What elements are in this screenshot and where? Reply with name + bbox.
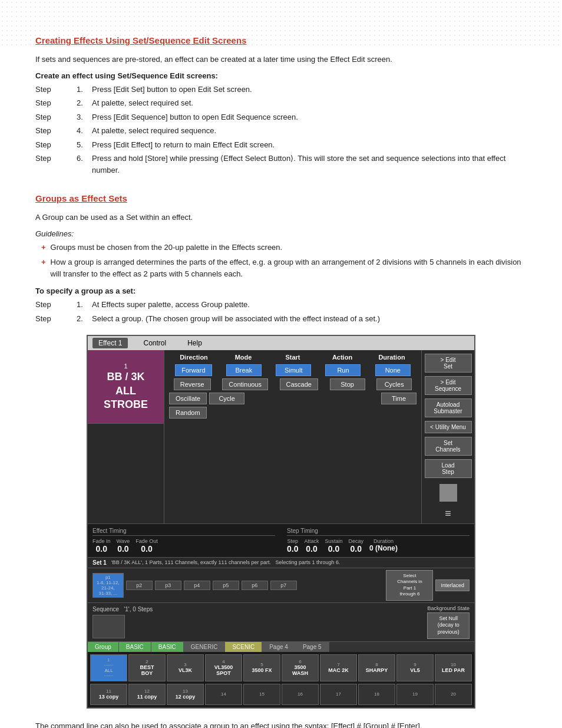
part-p2[interactable]: p2: [126, 581, 153, 590]
btn-autoload[interactable]: AutoloadSubmaster: [425, 398, 472, 417]
steps-section-1: Step 1. Press [Edit Set] button to open …: [35, 84, 527, 176]
part-p7[interactable]: p7: [270, 581, 297, 590]
ctrl-header-row: Direction Mode Start Action Duration: [169, 354, 416, 361]
tab-basic1[interactable]: BASIC: [119, 642, 151, 652]
tab-page4[interactable]: Page 4: [262, 642, 296, 652]
part-p4[interactable]: p4: [184, 581, 210, 590]
step2-row-2: Step 2. Select a group. (The chosen grou…: [35, 313, 527, 325]
palette-cell-9[interactable]: 9 VL5: [396, 654, 434, 681]
timing-duration: Duration 0 (None): [369, 538, 398, 554]
palette-cell-2[interactable]: 2 BESTBOY: [128, 654, 166, 681]
palette-cell-12[interactable]: 12 11 copy: [128, 684, 166, 705]
palette-cell-1[interactable]: 1 ·······ALL·······: [90, 654, 127, 681]
tab-scenic[interactable]: SCENIC: [225, 642, 262, 652]
effect-screen: Effect 1 Control Help 1 BB / 3KALLSTROBE: [87, 335, 475, 709]
ctrl-buttons-row4: Random: [169, 407, 416, 419]
palette-cell-18[interactable]: 18: [358, 684, 395, 705]
menu-control[interactable]: Control: [137, 338, 172, 348]
tab-basic2[interactable]: BASIC: [151, 642, 184, 652]
palette-cell-8[interactable]: 8 SHARPY: [358, 654, 395, 681]
ctrl-buttons-row3: Oscillate Cycle Time: [169, 393, 416, 404]
palette-cell-3[interactable]: 3 VL3K: [167, 654, 204, 681]
palette-cell-11[interactable]: 11 13 copy: [90, 684, 127, 705]
tab-generic[interactable]: GENERIC: [184, 642, 226, 652]
btn-simult[interactable]: Simult: [276, 364, 311, 376]
menu-effect1[interactable]: Effect 1: [92, 338, 128, 348]
btn-time[interactable]: Time: [381, 393, 416, 404]
part-p3[interactable]: p3: [155, 581, 181, 590]
btn-cascade[interactable]: Cascade: [280, 378, 318, 390]
btn-reverse[interactable]: Reverse: [174, 378, 211, 390]
palette-cell-20[interactable]: 20: [435, 684, 472, 705]
step-row-1: Step 1. Press [Edit Set] button to open …: [35, 84, 527, 95]
btn-none[interactable]: None: [375, 364, 411, 376]
timing-fade-in: Fade In 0.0: [92, 538, 111, 554]
effect-right-sidebar: > EditSet > EditSequence AutoloadSubmast…: [421, 350, 474, 523]
section2-intro: A Group can be used as a Set within an e…: [35, 212, 527, 223]
step-content-6: Press and hold [Store] while pressing ⟨E…: [92, 153, 527, 176]
btn-cycles[interactable]: Cycles: [376, 378, 412, 390]
set-info-label: Set 1: [92, 559, 107, 566]
palette-cell-5[interactable]: 5 3500 FX: [243, 654, 280, 681]
menu-help[interactable]: Help: [181, 338, 208, 348]
tab-group[interactable]: Group: [88, 642, 119, 652]
step2-label-2: Step: [35, 313, 77, 325]
btn-stop[interactable]: Stop: [330, 378, 365, 390]
palette-cell-16[interactable]: 16: [282, 684, 319, 705]
effect-menubar: Effect 1 Control Help: [88, 336, 474, 350]
palette-tabs: Group BASIC BASIC GENERIC SCENIC Page 4 …: [88, 642, 474, 652]
bullet-item-2: + How a group is arranged determines the…: [35, 256, 527, 279]
btn-edit-sequence[interactable]: > EditSequence: [425, 376, 472, 395]
ctrl-buttons-row1: Forward Break Simult Run None: [169, 364, 416, 376]
btn-cycle[interactable]: Cycle: [209, 393, 244, 404]
btn-oscillate[interactable]: Oscillate: [169, 393, 207, 404]
timing-step-label: Step: [287, 538, 298, 544]
palette-cell-4[interactable]: 4 VL3500SPOT: [205, 654, 242, 681]
bottom-text: The command line can also be used to ass…: [35, 720, 527, 728]
btn-random[interactable]: Random: [169, 407, 207, 419]
timing-duration-label: Duration: [369, 538, 398, 544]
part-p6[interactable]: p6: [242, 581, 268, 590]
step-label-1: Step: [35, 84, 77, 95]
effect-timing-title: Effect Timing: [92, 528, 275, 536]
bg-state-label: Background State: [427, 605, 470, 611]
timing-wave: Wave 0.0: [117, 538, 130, 554]
btn-break[interactable]: Break: [226, 364, 262, 376]
effect-timing-cols: Fade In 0.0 Wave 0.0 Fade Out 0.0: [92, 538, 275, 554]
timing-sustain-label: Sustain: [325, 538, 342, 544]
part-p5[interactable]: p5: [213, 581, 239, 590]
bullet-item-1: + Groups must be chosen from the 20-up p…: [35, 242, 527, 253]
btn-load-step[interactable]: LoadStep: [425, 459, 472, 478]
btn-run[interactable]: Run: [325, 364, 361, 376]
guidelines-label: Guidelines:: [35, 229, 527, 238]
timing-wave-label: Wave: [117, 538, 130, 544]
btn-edit-set[interactable]: > EditSet: [425, 354, 472, 373]
interlaced-btn[interactable]: Interlaced: [435, 579, 470, 591]
palette-cell-10[interactable]: 10 LED PAR: [435, 654, 472, 681]
palette-cell-19[interactable]: 19: [396, 684, 434, 705]
tab-page5[interactable]: Page 5: [296, 642, 329, 652]
btn-set-channels[interactable]: SetChannels: [425, 437, 472, 456]
set-null-btn[interactable]: Set Null (decay to previous): [427, 612, 470, 639]
palette-cell-17[interactable]: 17: [320, 684, 357, 705]
step-num-2: 2.: [77, 97, 92, 109]
palette-cell-7[interactable]: 7 MAC 2K: [320, 654, 357, 681]
palette-cell-6[interactable]: 6 3500WASH: [282, 654, 319, 681]
select-channels-box[interactable]: Select Channels in Part 1 through 6: [386, 570, 433, 601]
step2-content-2: Select a group. (The chosen group will b…: [92, 313, 527, 325]
step-row-4: Step 4. At palette, select required sequ…: [35, 125, 527, 137]
bg-state-area: Background State Set Null (decay to prev…: [427, 605, 470, 639]
btn-continuous[interactable]: Continuous: [222, 378, 268, 390]
ctrl-header-mode: Mode: [219, 354, 268, 361]
btn-utility-menu[interactable]: < Utility Menu: [425, 421, 472, 433]
timing-step-value: 0.0: [287, 544, 298, 554]
part-p1[interactable]: p1 1-6, 11-12, 21-24, 31-33, ...: [92, 573, 124, 598]
step-label-2: Step: [35, 97, 77, 109]
sequence-box: [92, 615, 125, 638]
palette-cell-14[interactable]: 14: [205, 684, 242, 705]
palette-cell-13[interactable]: 13 12 copy: [167, 684, 204, 705]
timing-fade-out-label: Fade Out: [135, 538, 158, 544]
palette-cell-15[interactable]: 15: [243, 684, 280, 705]
btn-forward[interactable]: Forward: [175, 364, 211, 376]
step-row-2: Step 2. At palette, select required set.: [35, 97, 527, 109]
